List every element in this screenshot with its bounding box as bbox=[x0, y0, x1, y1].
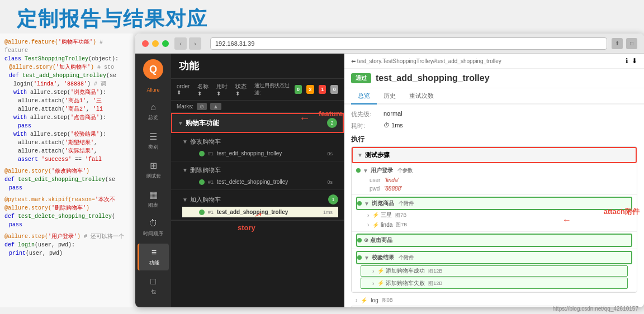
sidebar-item-behaviors[interactable]: ≡ 功能 bbox=[138, 244, 169, 270]
page-title: 定制报告与结果对应 bbox=[17, 6, 208, 33]
code-panel: @allure.feature('购物车功能') # feature class… bbox=[0, 34, 134, 307]
minimize-button[interactable] bbox=[152, 40, 159, 47]
feature-panel-title: 功能 bbox=[171, 54, 344, 79]
info-icon[interactable]: ℹ bbox=[626, 57, 628, 65]
back-button[interactable]: ‹ bbox=[174, 37, 187, 50]
log-item-stdout[interactable]: › ⚡ stdout 图12B bbox=[351, 306, 637, 307]
attach-name-fail: ⚡ 添加购物车失败 bbox=[377, 279, 425, 287]
detail-body: 优先级: normal 耗时: ⏱ 1ms 执行 ▼ 测试步骤 bbox=[344, 104, 644, 307]
test-item-add[interactable]: #1 test_add_shopping_trolley 1ms bbox=[182, 207, 338, 217]
duration-value: ⏱ 1ms bbox=[383, 122, 403, 130]
story-count-badge: 1 bbox=[328, 194, 338, 204]
main-content: 功能 order ⬍ 名称 ⬍ 用时 ⬍ 状态 ⬍ 通过用例状态过滤: 0 2 … bbox=[171, 54, 644, 307]
tab-retries[interactable]: 重试次数 bbox=[402, 88, 441, 104]
feature-group-header-shopping[interactable]: ▼ 购物车功能 2 bbox=[171, 113, 344, 133]
tab-overview[interactable]: 总览 bbox=[351, 88, 377, 104]
chevron-edit-icon: ▼ bbox=[182, 139, 188, 145]
test-item-delete[interactable]: #1 test_delete_shopping_trolley 0s bbox=[182, 177, 338, 187]
share-icon[interactable]: ⬆ bbox=[612, 38, 623, 49]
bookmark-icon[interactable]: □ bbox=[626, 38, 637, 49]
sidebar-item-packages[interactable]: □ 包 bbox=[138, 273, 169, 299]
test-id-add: #1 bbox=[208, 210, 214, 215]
browser-chrome: ‹ › 192.168.31.39 ⬆ □ bbox=[135, 34, 644, 54]
test-duration-edit: 0s bbox=[321, 151, 333, 156]
story-header-add[interactable]: ▼ 加入购物车 1 bbox=[182, 192, 338, 207]
verify-attach-count: 个附件 bbox=[399, 254, 414, 261]
step-pass-icon-click bbox=[357, 238, 362, 242]
log-expand-icon: › bbox=[356, 297, 357, 303]
attach-size-fail: 图12B bbox=[428, 280, 442, 287]
attach-item-success[interactable]: › ⚡ 添加购物车成功 图12B bbox=[361, 265, 628, 277]
sidebar-label-graphs: 图表 bbox=[148, 202, 158, 209]
feature-list: ▼ 购物车功能 2 ▼ 修改购物车 #1 bbox=[171, 113, 344, 307]
attach-size-success: 图12B bbox=[428, 268, 442, 275]
attach-item-samsung[interactable]: › ⚡ 三星 图7B bbox=[356, 210, 632, 220]
test-name-edit: test_edit_shopping_trolley bbox=[217, 150, 318, 156]
sidebar-item-overview[interactable]: ⌂ 总览 bbox=[138, 98, 169, 125]
detail-tabs: 总览 历史 重试次数 bbox=[344, 88, 644, 104]
priority-value: normal bbox=[383, 110, 402, 118]
duration-label: 耗时: bbox=[351, 122, 379, 130]
steps-header[interactable]: ▼ 测试步骤 bbox=[352, 147, 637, 163]
behaviors-icon: ≡ bbox=[151, 248, 157, 258]
duration-sort[interactable]: 用时 ⬍ bbox=[216, 83, 231, 97]
param-user: user 'linda' bbox=[356, 176, 632, 184]
status-pass-icon-delete bbox=[199, 179, 205, 185]
mark-sort-icon[interactable]: ▲ bbox=[210, 103, 221, 110]
param-key-pwd: pwd bbox=[370, 185, 380, 192]
story-header-delete[interactable]: ▼ 删除购物车 bbox=[182, 164, 338, 177]
attach-size-linda: 图7B bbox=[396, 221, 407, 229]
step-header-browse[interactable]: ▼ 浏览商品 个附件 bbox=[356, 197, 632, 210]
sidebar-item-graphs[interactable]: ▦ 图表 bbox=[138, 185, 169, 212]
steps-section: ▼ 测试步骤 ▼ 用户登录 个参数 us bbox=[351, 146, 637, 293]
test-id-edit: #1 bbox=[208, 151, 214, 156]
attach-chevron-linda: › bbox=[367, 222, 369, 228]
step-pass-icon-verify bbox=[357, 255, 362, 260]
feature-group-shopping: ▼ 购物车功能 2 ▼ 修改购物车 #1 bbox=[171, 113, 344, 221]
step-header-login[interactable]: ▼ 用户登录 个参数 bbox=[356, 165, 632, 176]
test-name-add: test_add_shopping_trolley bbox=[217, 209, 318, 215]
maximize-button[interactable] bbox=[162, 40, 169, 47]
step-header-verify[interactable]: ▼ 校验结果 个附件 bbox=[356, 251, 632, 264]
feature-count-badge: 2 bbox=[327, 118, 337, 128]
forward-button[interactable]: › bbox=[189, 37, 201, 50]
expand-browse-icon: ▼ bbox=[364, 201, 370, 207]
filter-pass[interactable]: 0 bbox=[295, 85, 302, 94]
step-header-click[interactable]: ⊙ 点击商品 bbox=[356, 234, 632, 247]
attach-chevron-fail: › bbox=[372, 280, 374, 287]
attach-chevron-samsung: › bbox=[367, 212, 369, 218]
tab-history[interactable]: 历史 bbox=[377, 88, 402, 104]
mark-filter-icon[interactable]: ⊘ bbox=[197, 103, 207, 110]
filter-skip[interactable]: 0 bbox=[330, 85, 338, 94]
attach-item-linda[interactable]: › ⚡ linda 图7B bbox=[356, 220, 632, 230]
param-val-pwd: '88888' bbox=[384, 185, 402, 192]
attach-item-fail[interactable]: › ⚡ 添加购物车失败 图12B bbox=[361, 278, 628, 289]
step-name-login: 用户登录 bbox=[371, 166, 393, 174]
filter-warn[interactable]: 2 bbox=[306, 85, 314, 94]
steps-chevron-icon: ▼ bbox=[357, 152, 363, 158]
download-icon[interactable]: ⬇ bbox=[632, 57, 637, 65]
step-group-click: ⊙ 点击商品 bbox=[352, 232, 637, 249]
close-button[interactable] bbox=[142, 40, 149, 47]
file-path-text: ⬅ test_story.TestShoppingTrolley#test_ad… bbox=[351, 58, 501, 64]
sidebar-item-timeline[interactable]: ⏱ 时间顺序 bbox=[138, 215, 169, 241]
status-sort[interactable]: 状态 ⬍ bbox=[235, 83, 250, 97]
sidebar-label-behaviors: 功能 bbox=[149, 259, 159, 267]
order-sort[interactable]: order ⬍ bbox=[177, 83, 193, 96]
sidebar-item-categories[interactable]: ☰ 类别 bbox=[138, 127, 169, 154]
story-header-edit[interactable]: ▼ 修改购物车 bbox=[182, 135, 338, 148]
timeline-icon: ⏱ bbox=[149, 218, 158, 229]
detail-panel: ⬅ test_story.TestShoppingTrolley#test_ad… bbox=[344, 54, 644, 307]
story-item-edit: ▼ 修改购物车 #1 test_edit_shopping_trolley 0s bbox=[171, 133, 344, 161]
log-item-log[interactable]: › ⚡ log 图0B bbox=[351, 295, 637, 306]
filter-fail[interactable]: 1 bbox=[319, 85, 326, 94]
sidebar-label-suites: 测试套 bbox=[146, 173, 161, 180]
address-bar[interactable]: 192.168.31.39 bbox=[210, 37, 607, 50]
story-item-delete: ▼ 删除购物车 #1 test_delete_shopping_trolley … bbox=[171, 161, 344, 190]
test-item-edit[interactable]: #1 test_edit_shopping_trolley 0s bbox=[182, 148, 338, 159]
test-id-delete: #1 bbox=[208, 179, 214, 185]
sidebar-item-suites[interactable]: ⊞ 测试套 bbox=[138, 156, 169, 183]
name-sort[interactable]: 名称 ⬍ bbox=[197, 83, 212, 97]
param-pwd: pwd '88888' bbox=[356, 184, 632, 193]
sidebar-label-categories: 类别 bbox=[148, 144, 158, 151]
